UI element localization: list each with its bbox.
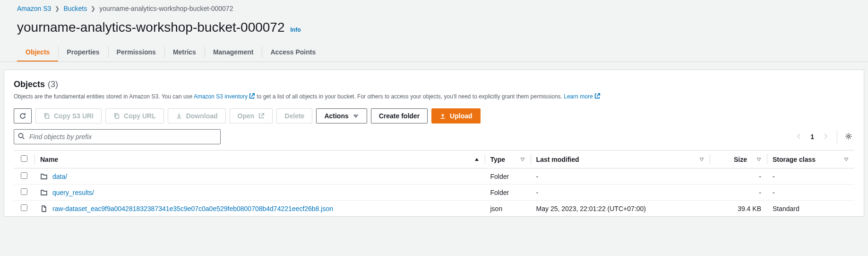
- cell-storage-class: -: [767, 185, 854, 201]
- object-name-link[interactable]: raw-dataset_eac9f9a004281832387341e35c9e…: [52, 205, 333, 212]
- file-icon: [40, 205, 48, 212]
- refresh-icon: [19, 112, 26, 120]
- pagination: 1: [793, 131, 854, 143]
- external-link-icon: [258, 113, 265, 119]
- search-input[interactable]: [14, 129, 221, 144]
- panel-description: Objects are the fundamental entities sto…: [14, 92, 854, 102]
- cell-size: 39.4 KB: [710, 201, 767, 217]
- breadcrumb-current: yourname-analytics-workshop-bucket-00007…: [99, 5, 233, 12]
- cell-last-modified: May 25, 2023, 22:01:22 (UTC+07:00): [531, 201, 710, 217]
- column-size[interactable]: Size: [710, 150, 767, 168]
- delete-button[interactable]: Delete: [276, 108, 312, 124]
- column-last-modified[interactable]: Last modified: [531, 150, 710, 168]
- copy-icon: [113, 113, 120, 119]
- objects-table: Name Type Last modifie: [14, 150, 854, 216]
- cell-type: Folder: [485, 168, 531, 185]
- page-header: yourname-analytics-workshop-bucket-00007…: [0, 14, 868, 44]
- chevron-left-icon: [795, 132, 803, 140]
- chevron-right-icon: ❯: [91, 5, 95, 12]
- external-link-icon: [249, 93, 255, 102]
- folder-icon: [40, 189, 48, 196]
- copy-icon: [43, 113, 50, 119]
- download-icon: [176, 113, 182, 119]
- filter-icon: [520, 156, 525, 163]
- table-row: data/Folder---: [14, 168, 854, 185]
- objects-panel: Objects (3) Objects are the fundamental …: [4, 70, 864, 217]
- copy-s3-uri-button[interactable]: Copy S3 URI: [35, 108, 102, 124]
- svg-rect-1: [115, 115, 119, 118]
- upload-icon: [439, 113, 446, 119]
- tab-access-points[interactable]: Access Points: [262, 44, 324, 62]
- cell-storage-class: -: [767, 168, 854, 185]
- object-name-link[interactable]: query_results/: [52, 189, 94, 196]
- copy-url-button[interactable]: Copy URL: [105, 108, 164, 124]
- upload-button[interactable]: Upload: [431, 108, 480, 124]
- tab-bar: Objects Properties Permissions Metrics M…: [0, 44, 868, 62]
- row-checkbox[interactable]: [21, 172, 27, 179]
- sort-asc-icon: [474, 156, 479, 163]
- table-row: query_results/Folder---: [14, 185, 854, 201]
- tab-permissions[interactable]: Permissions: [108, 44, 164, 62]
- tab-management[interactable]: Management: [205, 44, 262, 62]
- table-row: raw-dataset_eac9f9a004281832387341e35c9e…: [14, 201, 854, 217]
- tab-properties[interactable]: Properties: [58, 44, 108, 62]
- chevron-right-icon: [822, 132, 829, 140]
- row-checkbox[interactable]: [21, 188, 27, 195]
- cell-type: json: [485, 201, 531, 217]
- tab-objects[interactable]: Objects: [17, 44, 58, 62]
- panel-title: Objects: [14, 79, 45, 89]
- breadcrumb-buckets[interactable]: Buckets: [63, 5, 87, 12]
- object-count: (3): [48, 79, 58, 89]
- learn-more-link[interactable]: Learn more: [564, 93, 600, 100]
- filter-icon: [699, 156, 704, 163]
- folder-icon: [40, 173, 48, 180]
- tab-metrics[interactable]: Metrics: [164, 44, 205, 62]
- cell-storage-class: Standard: [767, 201, 854, 217]
- column-storage-class[interactable]: Storage class: [767, 150, 854, 168]
- chevron-right-icon: ❯: [55, 5, 60, 12]
- create-folder-button[interactable]: Create folder: [371, 108, 428, 124]
- cell-size: -: [710, 168, 767, 185]
- search-icon: [17, 132, 25, 141]
- prev-page-button[interactable]: [793, 131, 805, 143]
- filter-icon: [844, 156, 849, 163]
- cell-last-modified: -: [531, 168, 710, 185]
- toolbar: Copy S3 URI Copy URL Download Open Delet…: [14, 108, 854, 124]
- page-title: yourname-analytics-workshop-bucket-00007…: [17, 20, 285, 35]
- actions-dropdown[interactable]: Actions: [316, 108, 367, 124]
- select-all-checkbox[interactable]: [21, 155, 27, 162]
- cell-type: Folder: [485, 185, 531, 201]
- search-box: [14, 129, 221, 144]
- settings-button[interactable]: [843, 131, 854, 143]
- filter-icon: [756, 156, 761, 163]
- info-link[interactable]: Info: [291, 26, 301, 33]
- svg-point-2: [19, 133, 23, 138]
- cell-last-modified: -: [531, 185, 710, 201]
- gear-icon: [845, 132, 852, 140]
- download-button[interactable]: Download: [168, 108, 226, 124]
- object-name-link[interactable]: data/: [52, 173, 67, 180]
- caret-down-icon: [352, 113, 359, 119]
- inventory-link[interactable]: Amazon S3 inventory: [194, 93, 255, 100]
- svg-rect-0: [45, 115, 49, 118]
- page-number: 1: [810, 133, 814, 141]
- next-page-button[interactable]: [820, 131, 831, 143]
- column-type[interactable]: Type: [485, 150, 531, 168]
- breadcrumb-root[interactable]: Amazon S3: [17, 5, 51, 12]
- cell-size: -: [710, 185, 767, 201]
- refresh-button[interactable]: [14, 108, 32, 124]
- external-link-icon: [594, 93, 601, 102]
- breadcrumb: Amazon S3 ❯ Buckets ❯ yourname-analytics…: [0, 0, 868, 14]
- open-button[interactable]: Open: [230, 108, 273, 124]
- svg-point-3: [848, 135, 850, 137]
- row-checkbox[interactable]: [21, 204, 27, 211]
- column-name[interactable]: Name: [34, 150, 485, 168]
